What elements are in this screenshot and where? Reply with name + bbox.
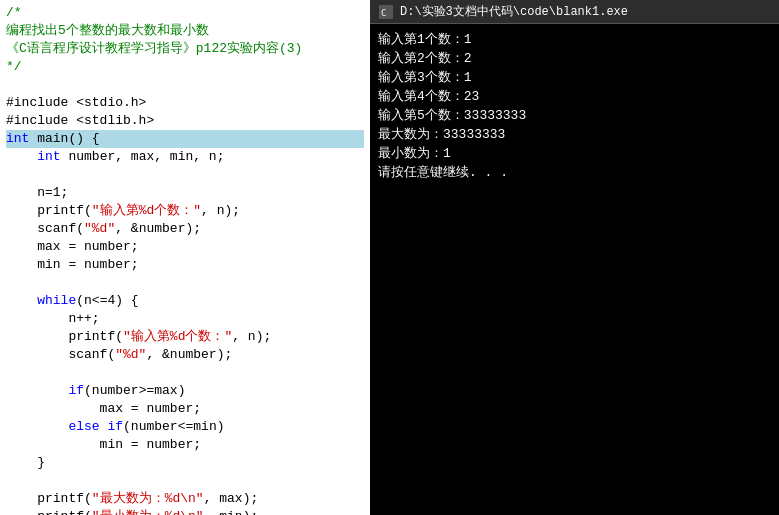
code-line: printf("最大数为：%d\n", max); [6,490,364,508]
code-line: /* [6,4,364,22]
code-line: n++; [6,310,364,328]
svg-text:C: C [381,8,386,18]
code-line: #include <stdlib.h> [6,112,364,130]
terminal-line: 输入第4个数：23 [378,87,771,106]
terminal-line: 输入第2个数：2 [378,49,771,68]
code-line [6,166,364,184]
code-line: 《C语言程序设计教程学习指导》p122实验内容(3) [6,40,364,58]
code-line: scanf("%d", &number); [6,220,364,238]
terminal-icon: C [378,4,394,20]
code-line [6,76,364,94]
terminal-line: 输入第3个数：1 [378,68,771,87]
code-line: #include <stdio.h> [6,94,364,112]
terminal-line: 输入第5个数：33333333 [378,106,771,125]
code-line [6,274,364,292]
terminal-title: D:\实验3文档中代码\code\blank1.exe [400,3,628,20]
terminal-line: 请按任意键继续. . . [378,163,771,182]
code-line: n=1; [6,184,364,202]
terminal-panel: C D:\实验3文档中代码\code\blank1.exe 输入第1个数：1输入… [370,0,779,515]
code-line: printf("输入第%d个数：", n); [6,202,364,220]
code-line: 编程找出5个整数的最大数和最小数 [6,22,364,40]
terminal-line: 最小数为：1 [378,144,771,163]
code-line: } [6,454,364,472]
code-line: printf("输入第%d个数：", n); [6,328,364,346]
code-line: min = number; [6,436,364,454]
code-line: printf("最小数为：%d\n", min); [6,508,364,515]
code-line [6,472,364,490]
terminal-line: 最大数为：33333333 [378,125,771,144]
code-line: min = number; [6,256,364,274]
terminal-line: 输入第1个数：1 [378,30,771,49]
terminal-titlebar: C D:\实验3文档中代码\code\blank1.exe [370,0,779,24]
code-line: max = number; [6,400,364,418]
code-line: if(number>=max) [6,382,364,400]
terminal-output: 输入第1个数：1输入第2个数：2输入第3个数：1输入第4个数：23输入第5个数：… [370,24,779,515]
code-line: scanf("%d", &number); [6,346,364,364]
code-line: while(n<=4) { [6,292,364,310]
code-editor: /*编程找出5个整数的最大数和最小数《C语言程序设计教程学习指导》p122实验内… [0,0,370,515]
code-line: int number, max, min, n; [6,148,364,166]
code-line: */ [6,58,364,76]
code-line: else if(number<=min) [6,418,364,436]
cmd-icon: C [379,5,393,19]
code-line: max = number; [6,238,364,256]
code-line [6,364,364,382]
code-line: int main() { [6,130,364,148]
code-content[interactable]: /*编程找出5个整数的最大数和最小数《C语言程序设计教程学习指导》p122实验内… [0,0,370,515]
